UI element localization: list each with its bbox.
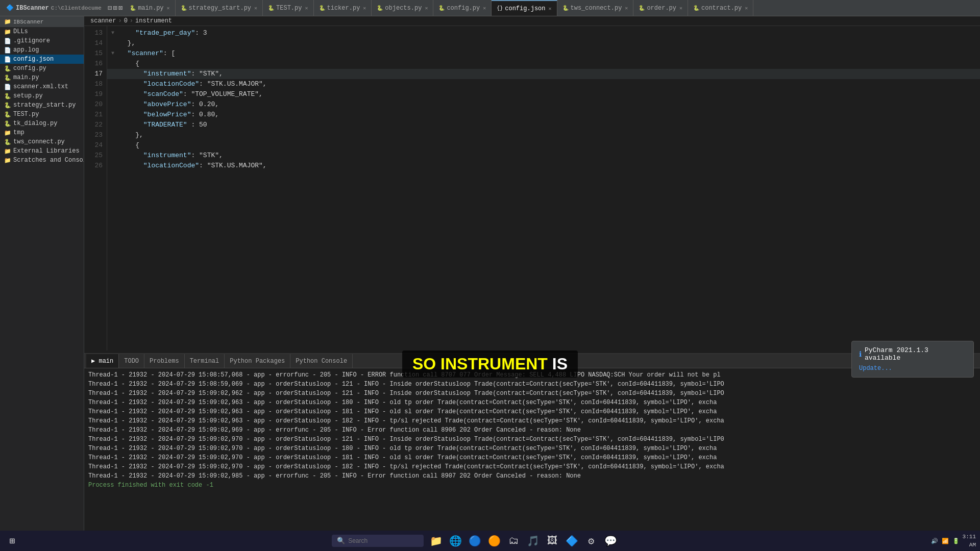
tab-close[interactable]: ✕ [425,5,428,11]
code-line-20: "abovePrice": 0.20, [107,99,980,110]
line-number-25: 25 [84,151,107,161]
sidebar-item-External-Libraries[interactable]: 📁External Libraries [0,146,84,156]
sidebar-item-icon: 📄 [4,84,11,90]
content-area: scanner › 0 › instrument 131415161718192… [84,16,980,537]
terminal-tab-Python-Packages[interactable]: Python Packages [225,354,290,368]
tab-close[interactable]: ✕ [254,5,257,11]
taskbar-icon-photos[interactable]: 🖼 [543,532,561,550]
line-number-21: 21 [84,110,107,120]
sidebar-item-icon: 🐍 [4,65,11,72]
tab-close[interactable]: ✕ [483,5,486,11]
sidebar-item-setup-py[interactable]: 🐍setup.py [0,91,84,101]
tab-ticker-py[interactable]: 🐍ticker.py✕ [314,0,372,16]
sidebar-item-main-py[interactable]: 🐍main.py [0,73,84,82]
sidebar-item-config-py[interactable]: 🐍config.py [0,64,84,73]
system-tray: 🔊 📶 🔋 [931,538,959,544]
log-line: Thread-1 - 21932 - 2024-07-29 15:08:57,0… [88,370,976,380]
code-line-23: }, [107,130,980,140]
tab-config-json[interactable]: {}config.json✕ [492,0,557,16]
sidebar-item-tmp[interactable]: 📁tmp [0,128,84,137]
taskbar-icon-edge[interactable]: 🌐 [446,532,464,550]
fold-icon[interactable]: ▼ [111,28,119,38]
taskbar-search[interactable]: 🔍 [332,535,424,547]
sidebar-item-icon: 🐍 [4,102,11,109]
sidebar-item-tk_dialog-py[interactable]: 🐍tk_dialog.py [0,119,84,128]
sidebar-item-config-json[interactable]: 📄config.json [0,55,84,64]
taskbar-right: 🔊 📶 🔋 3:11 AM [931,533,976,549]
line-number-14: 14 [84,38,107,48]
pycharm-notification: ℹ PyCharm 2021.1.3 available Update... [851,341,974,378]
line-numbers: 1314151617181920212223242526 [84,26,107,350]
tab-close[interactable]: ✕ [679,5,682,11]
app-logo: 🔷 IBScanner C:\Clientdocume [2,4,106,12]
tab-close[interactable]: ✕ [548,6,551,12]
tab-close[interactable]: ✕ [363,5,366,11]
sidebar-item-label: .gitignore [13,37,50,44]
taskbar-left: ⊞ [4,533,20,549]
time-display: 3:11 AM [963,533,976,549]
sidebar-item--gitignore[interactable]: 📄.gitignore [0,36,84,45]
log-line: Thread-1 - 21932 - 2024-07-29 15:09:02,9… [88,444,976,453]
tab-close[interactable]: ✕ [625,5,628,11]
sidebar-item-strategy_start-py[interactable]: 🐍strategy_start.py [0,101,84,110]
code-text: }, [119,130,143,140]
tab-tws_connect-py[interactable]: 🐍tws_connect.py✕ [557,0,634,16]
code-line-21: "belowPrice": 0.80, [107,110,980,120]
terminal-panel: ▶ mainTODOProblemsTerminalPython Package… [84,353,980,537]
search-input[interactable] [348,537,420,544]
sidebar-item-icon: 🐍 [4,120,11,127]
terminal-tab-Problems[interactable]: Problems [144,354,185,368]
tab-main-py[interactable]: 🐍main.py✕ [125,0,175,16]
tab-contract-py[interactable]: 🐍contract.py✕ [688,0,753,16]
taskbar-icon-settings[interactable]: ⚙ [582,532,600,550]
taskbar-app-icons: 📁 🌐 🔵 🟠 🗂 🎵 🖼 🔷 ⚙ 💬 [427,532,620,550]
tab-close[interactable]: ✕ [305,5,308,11]
notification-title-text: PyCharm 2021.1.3 available [865,346,966,362]
sidebar-item-app-log[interactable]: 📄app.log [0,45,84,55]
sidebar-item-Scratches-and-Consoles[interactable]: 📁Scratches and Consoles [0,156,84,165]
code-line-14: }, [107,38,980,48]
taskbar-icon-chrome[interactable]: 🟠 [485,532,503,550]
update-link[interactable]: Update... [859,365,892,372]
taskbar-icon-explorer[interactable]: 📁 [427,532,445,550]
terminal-tab-▶-main[interactable]: ▶ main [86,354,119,368]
code-text: "instrument": "STK", [119,151,223,161]
sidebar-item-TEST-py[interactable]: 🐍TEST.py [0,110,84,119]
code-content[interactable]: ▼ "trade_per_day": 3 },▼ "scanner": [ { … [107,26,980,350]
fold-icon[interactable]: ▼ [111,48,119,59]
sidebar-item-icon: 📁 [4,157,11,164]
tab-close[interactable]: ✕ [745,5,748,11]
sidebar-item-scanner-xml-txt[interactable]: 📄scanner.xml.txt [0,82,84,91]
logo-icon: 🔷 [6,4,14,12]
terminal-tab-TODO[interactable]: TODO [119,354,144,368]
tab-order-py[interactable]: 🐍order.py✕ [633,0,688,16]
project-path: C:\Clientdocume [51,5,102,11]
line-number-17: 17 [84,69,107,79]
tab-bar: 🔷 IBScanner C:\Clientdocume ⊟⊞⊠ 🐍main.py… [0,0,980,16]
taskbar-icon-pycharm[interactable]: 🔷 [562,532,581,550]
start-button[interactable]: ⊞ [4,533,20,549]
tab-strategy_start-py[interactable]: 🐍strategy_start.py✕ [176,0,263,16]
sidebar-item-DLLs[interactable]: 📁DLLs [0,27,84,36]
search-icon: 🔍 [337,537,345,545]
taskbar-icon-chat[interactable]: 💬 [601,532,620,550]
tab-TEST-py[interactable]: 🐍TEST.py✕ [263,0,313,16]
process-exit: Process finished with exit code -1 [88,481,976,490]
file-icon: 🐍 [438,5,445,11]
log-line: Thread-1 - 21932 - 2024-07-29 15:08:59,0… [88,380,976,389]
file-icon: 🐍 [562,5,569,11]
taskbar-icon-folder[interactable]: 🗂 [504,532,523,550]
tab-objects-py[interactable]: 🐍objects.py✕ [372,0,433,16]
tab-config-py[interactable]: 🐍config.py✕ [433,0,492,16]
breadcrumb-scanner: scanner [90,17,116,24]
file-icon: {} [497,6,503,11]
line-number-26: 26 [84,161,107,171]
sidebar-item-tws_connect-py[interactable]: 🐍tws_connect.py [0,137,84,146]
tab-close[interactable]: ✕ [167,5,170,11]
taskbar-icon-media[interactable]: 🎵 [524,532,542,550]
taskbar-icon-browser[interactable]: 🔵 [465,532,484,550]
terminal-tab-Python-Console[interactable]: Python Console [290,354,353,368]
log-line: Thread-1 - 21932 - 2024-07-29 15:09:02,9… [88,425,976,435]
terminal-tab-Terminal[interactable]: Terminal [185,354,225,368]
code-text: "scanner": [ [119,48,175,59]
